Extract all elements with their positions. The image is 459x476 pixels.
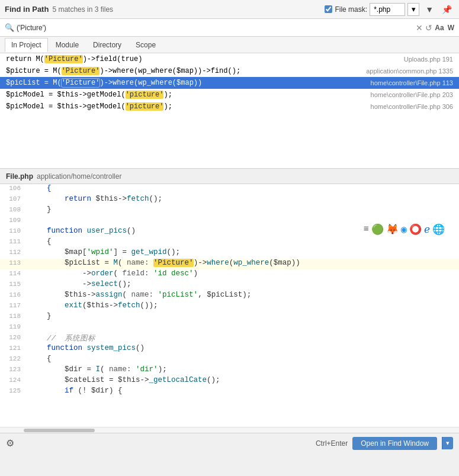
result-item[interactable]: $picture = M('Picture')->where(wp_where(… — [0, 65, 459, 77]
code-line: 117 exit($this->fetch()); — [0, 301, 459, 312]
tab-directory[interactable]: Directory — [86, 38, 128, 52]
result-item[interactable]: $picModel = $this->getModel('picture'); … — [0, 89, 459, 101]
scrollbar-thumb[interactable] — [24, 429, 95, 432]
browser-icons-overlay: ≡ 🟢 🦊 ◉ ⭕ ℯ 🌐 — [361, 222, 447, 237]
filter-icon-btn[interactable]: ▼ — [423, 4, 436, 15]
code-header: File.php application/home/controller — [0, 169, 459, 184]
scope-tabs: In Project Module Directory Scope — [0, 37, 459, 53]
match-count: 5 matches in 3 files — [52, 5, 113, 14]
code-line: 121 function system_pics() — [0, 344, 459, 355]
search-input[interactable] — [17, 24, 413, 32]
horizontal-scrollbar[interactable] — [0, 427, 459, 433]
tab-scope[interactable]: Scope — [129, 38, 162, 52]
code-line-highlighted: 113 $picList = M( name: 'Picture')->wher… — [0, 259, 459, 269]
ie-icon[interactable]: ℯ — [424, 223, 430, 236]
open-in-find-window-btn[interactable]: Open in Find Window — [352, 437, 437, 450]
code-line: 120 // 系统图标 — [0, 333, 459, 344]
shortcut-label: Ctrl+Enter — [316, 439, 348, 448]
code-line: 111 { — [0, 237, 459, 248]
code-filepath: application/home/controller — [37, 172, 121, 181]
safari-icon[interactable]: ◉ — [401, 223, 407, 236]
code-line: 114 ->order( field: 'id desc') — [0, 269, 459, 280]
file-mask-checkbox[interactable] — [325, 5, 332, 13]
opera-icon[interactable]: ⭕ — [409, 223, 422, 236]
result-location: application\common.php 1335 — [366, 67, 453, 75]
code-line: 112 $map['wpid'] = get_wpid(); — [0, 248, 459, 259]
code-pane[interactable]: ≡ 🟢 🦊 ◉ ⭕ ℯ 🌐 106 { 107 return $this->fe… — [0, 184, 459, 427]
code-line: 123 $dir = I( name: 'dir'); — [0, 365, 459, 376]
code-line: 122 { — [0, 355, 459, 365]
edge-icon[interactable]: 🌐 — [432, 223, 445, 236]
pin-icon-btn[interactable]: 📌 — [439, 4, 454, 15]
list-icon[interactable]: ≡ — [364, 224, 369, 234]
firefox-icon[interactable]: 🦊 — [386, 223, 399, 236]
result-code: $picModel = $this->getModel('picture'); — [6, 102, 365, 111]
tab-in-project[interactable]: In Project — [5, 38, 48, 52]
result-location: home\controller\File.php 203 — [371, 91, 453, 98]
chrome-icon[interactable]: 🟢 — [371, 223, 384, 236]
search-bar: 🔍 ✕ ↺ Aa W — [0, 19, 459, 37]
code-line: 106 { — [0, 184, 459, 195]
result-code: $picture = M('Picture')->where(wp_where(… — [6, 67, 360, 75]
code-line: 125 if (! $dir) { — [0, 387, 459, 397]
code-line: 124 $cateList = $this->_getLocalCate(); — [0, 376, 459, 387]
code-line: 118 } — [0, 312, 459, 323]
refresh-search-btn[interactable]: ↺ — [425, 23, 432, 33]
file-mask-dropdown-btn[interactable]: ▾ — [407, 3, 419, 16]
result-location: Uploads.php 191 — [404, 56, 453, 63]
result-code: $picModel = $this->getModel('picture'); — [6, 91, 365, 99]
search-icon: 🔍 — [5, 23, 14, 32]
whole-word-btn[interactable]: W — [448, 24, 454, 32]
code-line: 119 — [0, 323, 459, 333]
top-bar: Find in Path 5 matches in 3 files File m… — [0, 0, 459, 19]
result-location: home\controller\File.php 113 — [371, 79, 453, 86]
result-location: home\controller\File.php 306 — [371, 103, 453, 110]
clear-search-btn[interactable]: ✕ — [416, 23, 423, 33]
tab-module[interactable]: Module — [49, 38, 85, 52]
code-line: 107 return $this->fetch(); — [0, 195, 459, 205]
result-item-selected[interactable]: $picList = M('Picture')->where(wp_where(… — [0, 77, 459, 89]
code-line: 108 } — [0, 205, 459, 216]
code-filename: File.php — [6, 172, 33, 181]
match-case-btn[interactable]: Aa — [435, 24, 444, 32]
result-item[interactable]: return M('Picture')->field(true) Uploads… — [0, 53, 459, 65]
file-mask-label: File mask: — [335, 5, 367, 14]
open-in-find-window-dropdown-btn[interactable]: ▾ — [442, 437, 453, 449]
bottom-bar: ⚙ Ctrl+Enter Open in Find Window ▾ — [0, 433, 459, 453]
file-mask-input[interactable]: *.php — [370, 3, 405, 16]
code-line: 116 $this->assign( name: 'picList', $pic… — [0, 291, 459, 301]
settings-btn[interactable]: ⚙ — [6, 438, 14, 449]
result-code: $picList = M('Picture')->where(wp_where(… — [6, 79, 365, 87]
panel-title: Find in Path — [5, 5, 49, 14]
result-item[interactable]: $picModel = $this->getModel('picture'); … — [0, 101, 459, 112]
results-pane: return M('Picture')->field(true) Uploads… — [0, 53, 459, 169]
code-line: 115 ->select(); — [0, 280, 459, 291]
file-mask-section: File mask: *.php ▾ — [325, 3, 419, 16]
result-code: return M('Picture')->field(true) — [6, 55, 398, 63]
